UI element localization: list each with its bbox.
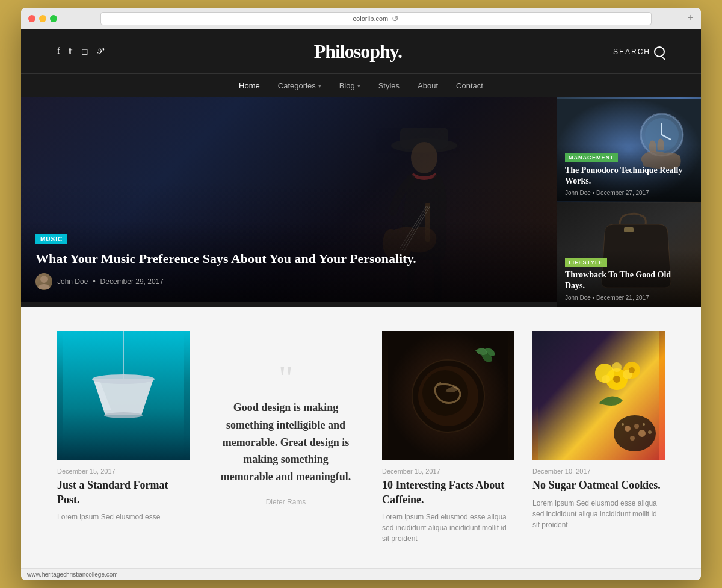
twitter-icon[interactable]: 𝕥 xyxy=(69,46,73,57)
reload-button[interactable]: ↺ xyxy=(392,14,399,23)
site-header: f 𝕥 ◻ 𝒫 Philosophy. SEARCH xyxy=(21,29,701,73)
hero-post-date: December 29, 2017 xyxy=(100,277,164,286)
svg-point-33 xyxy=(625,426,631,432)
svg-point-29 xyxy=(602,375,610,383)
social-icons: f 𝕥 ◻ 𝒫 xyxy=(57,46,103,57)
sidebar-bottom-title: Throwback To The Good Old Days. xyxy=(565,270,693,291)
quote-marks-decoration: " xyxy=(279,369,294,387)
post-excerpt-coffee: Lorem ipsum Sed eiusmod esse aliqua sed … xyxy=(382,512,514,544)
search-icon xyxy=(654,46,665,57)
sidebar-card-overlay-bottom: LIFESTYLE Throwback To The Good Old Days… xyxy=(557,250,701,307)
post-title-lamp: Just a Standard Format Post. xyxy=(57,478,190,507)
svg-point-36 xyxy=(630,436,635,441)
svg-point-17 xyxy=(92,374,155,384)
svg-point-34 xyxy=(634,424,639,429)
nav-item-styles[interactable]: Styles xyxy=(378,81,400,90)
post-date-cookies: December 10, 2017 xyxy=(532,468,665,475)
coffee-illustration xyxy=(382,331,514,460)
search-button[interactable]: SEARCH xyxy=(613,46,665,57)
svg-point-2 xyxy=(411,142,437,173)
nav-item-blog[interactable]: Blog ▾ xyxy=(339,81,360,90)
browser-window: colorlib.com ↺ + f 𝕥 ◻ 𝒫 Philosophy. SEA… xyxy=(21,8,701,580)
svg-point-7 xyxy=(40,276,48,283)
quote-author: Dieter Rams xyxy=(266,498,306,506)
window-controls xyxy=(28,15,57,22)
browser-titlebar: colorlib.com ↺ + xyxy=(21,8,701,29)
hero-overlay: MUSIC What Your Music Preference Says Ab… xyxy=(21,221,557,303)
instagram-icon[interactable]: ◻ xyxy=(81,46,88,57)
browser-footer: www.heritagechristiancollege.com xyxy=(21,568,701,580)
lamp-illustration xyxy=(57,331,190,460)
svg-point-18 xyxy=(104,412,143,418)
svg-point-38 xyxy=(643,423,645,426)
svg-rect-14 xyxy=(624,227,634,232)
maximize-button[interactable] xyxy=(50,15,57,22)
sidebar-top-author: John Doe xyxy=(565,190,591,196)
post-card-lamp[interactable]: December 15, 2017 Just a Standard Format… xyxy=(57,331,190,544)
posts-section: December 15, 2017 Just a Standard Format… xyxy=(21,307,701,568)
hero-author-dot: • xyxy=(93,277,95,286)
sidebar-top-date: December 27, 2017 xyxy=(596,190,649,196)
address-bar[interactable]: colorlib.com ↺ xyxy=(100,12,652,25)
svg-point-37 xyxy=(622,423,624,426)
footer-url: www.heritagechristiancollege.com xyxy=(27,571,118,578)
post-card-quote: " Good design is making something intell… xyxy=(208,331,364,544)
post-excerpt-cookies: Lorem ipsum Sed eiusmod esse aliqua sed … xyxy=(532,498,665,530)
svg-point-31 xyxy=(629,367,635,373)
facebook-icon[interactable]: f xyxy=(57,46,60,57)
sidebar-card-lifestyle[interactable]: LIFESTYLE Throwback To The Good Old Days… xyxy=(557,202,701,307)
hero-author-info: John Doe • December 29, 2017 xyxy=(35,273,542,290)
hero-author-name: John Doe xyxy=(57,277,88,286)
nav-item-home[interactable]: Home xyxy=(239,81,260,90)
svg-point-30 xyxy=(613,376,620,383)
coffee-post-image xyxy=(382,331,514,460)
post-title-coffee: 10 Interesting Facts About Caffeine. xyxy=(382,478,514,507)
nav-item-contact[interactable]: Contact xyxy=(456,81,483,90)
search-label: SEARCH xyxy=(613,48,650,56)
chevron-icon: ▾ xyxy=(357,83,360,89)
hero-category-tag[interactable]: MUSIC xyxy=(35,234,67,244)
post-card-coffee[interactable]: December 15, 2017 10 Interesting Facts A… xyxy=(382,331,514,544)
chevron-icon: ▾ xyxy=(318,83,321,89)
close-button[interactable] xyxy=(28,15,35,22)
sidebar-bottom-meta: John Doe • December 21, 2017 xyxy=(565,294,693,301)
sidebar-card-management[interactable]: MANAGEMENT The Pomodoro Technique Really… xyxy=(557,97,701,202)
sidebar-card-overlay-top: MANAGEMENT The Pomodoro Technique Really… xyxy=(557,145,701,202)
post-title-cookies: No Sugar Oatmeal Cookies. xyxy=(532,478,665,492)
post-card-cookies[interactable]: December 10, 2017 No Sugar Oatmeal Cooki… xyxy=(532,331,665,544)
hero-section: MUSIC What Your Music Preference Says Ab… xyxy=(21,97,701,307)
url-text: colorlib.com xyxy=(353,15,389,22)
flowers-illustration xyxy=(532,331,665,460)
nav-item-about[interactable]: About xyxy=(418,81,438,90)
new-tab-button[interactable]: + xyxy=(688,12,694,25)
nav-item-categories[interactable]: Categories ▾ xyxy=(278,81,321,90)
sidebar-top-meta: John Doe • December 27, 2017 xyxy=(565,190,693,196)
svg-point-27 xyxy=(612,362,622,372)
sidebar-bottom-date: December 21, 2017 xyxy=(596,294,649,301)
site-logo[interactable]: Philosophy. xyxy=(314,40,402,63)
site-wrapper: f 𝕥 ◻ 𝒫 Philosophy. SEARCH Home Categori… xyxy=(21,29,701,568)
post-date-coffee: December 15, 2017 xyxy=(382,468,514,475)
management-tag: MANAGEMENT xyxy=(565,153,618,162)
pinterest-icon[interactable]: 𝒫 xyxy=(97,46,103,57)
svg-point-39 xyxy=(648,430,652,434)
lamp-post-image xyxy=(57,331,190,460)
sidebar-bottom-author: John Doe xyxy=(565,294,591,301)
svg-point-22 xyxy=(422,370,468,416)
minimize-button[interactable] xyxy=(39,15,46,22)
post-excerpt-lamp: Lorem ipsum Sed eiusmod esse xyxy=(57,512,190,522)
svg-point-35 xyxy=(638,430,646,437)
hero-title[interactable]: What Your Music Preference Says About Yo… xyxy=(35,250,542,268)
hero-sidebar: MANAGEMENT The Pomodoro Technique Really… xyxy=(557,97,701,307)
quote-text: Good design is making something intellig… xyxy=(220,399,352,486)
site-navigation: Home Categories ▾ Blog ▾ Styles About Co… xyxy=(21,73,701,97)
cookies-post-image xyxy=(532,331,665,460)
sidebar-top-title: The Pomodoro Technique Really Works. xyxy=(565,165,693,187)
post-date-lamp: December 15, 2017 xyxy=(57,468,190,475)
lifestyle-tag: LIFESTYLE xyxy=(565,258,607,267)
hero-main[interactable]: MUSIC What Your Music Preference Says Ab… xyxy=(21,97,557,302)
author-avatar xyxy=(35,273,52,290)
